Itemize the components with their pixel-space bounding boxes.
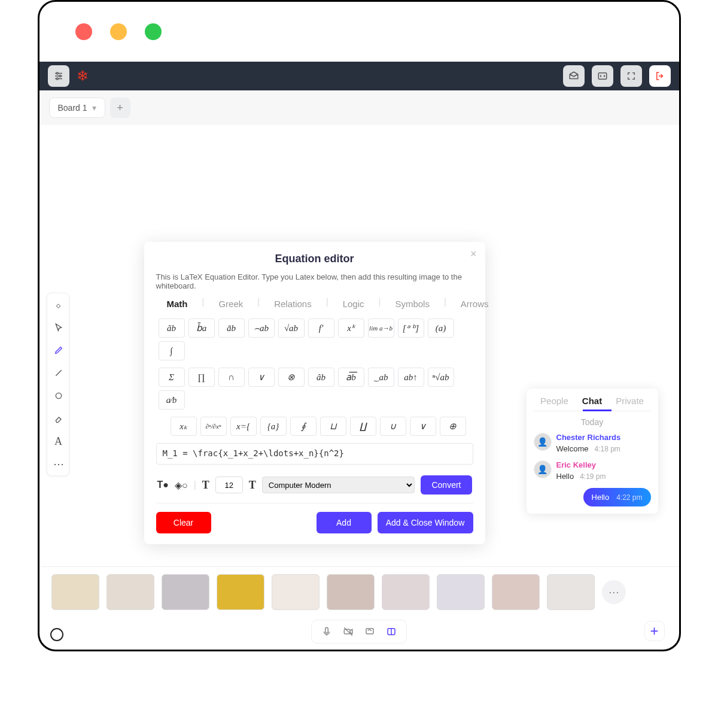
mic-icon[interactable]	[320, 625, 333, 638]
tab-logic[interactable]: Logic	[343, 296, 364, 311]
tab-people[interactable]: People	[540, 396, 568, 406]
text-tool[interactable]: A	[47, 430, 70, 453]
symbol-button[interactable]: xₖ	[171, 417, 197, 436]
symbol-button[interactable]: ∨	[410, 417, 436, 436]
participant-thumb[interactable]	[51, 574, 99, 610]
svg-line-7	[56, 370, 61, 375]
symbol-button[interactable]: ∪	[380, 417, 406, 436]
font-family-select[interactable]: Computer Modern	[262, 477, 415, 493]
fill-color-icon[interactable]: ◈○	[175, 480, 188, 491]
symbol-button[interactable]: a͞b	[338, 368, 364, 387]
tab-symbols[interactable]: Symbols	[395, 296, 430, 311]
symbol-button[interactable]: âb	[308, 368, 334, 387]
tab-relations[interactable]: Relations	[274, 296, 312, 311]
modal-description: This is LaTeX Equation Editor. Type you …	[156, 272, 473, 290]
font-size-input[interactable]	[215, 477, 243, 493]
message-text: Welcome	[556, 444, 589, 453]
fullscreen-button[interactable]	[620, 65, 642, 87]
add-close-button[interactable]: Add & Close Window	[378, 512, 473, 533]
symbol-category-tabs: Math| Greek| Relations| Logic| Symbols| …	[156, 296, 473, 311]
symbol-button[interactable]: a⁄b	[159, 390, 185, 410]
symbol-button[interactable]: ⌢ab	[248, 318, 275, 338]
screen-share-icon[interactable]	[363, 625, 376, 638]
participant-thumb[interactable]	[107, 574, 154, 610]
eraser-tool[interactable]	[47, 407, 70, 430]
symbol-button[interactable]: ab↑	[398, 368, 424, 387]
symbol-button[interactable]: ⊔	[320, 417, 346, 436]
symbol-button[interactable]: ∫	[159, 341, 185, 360]
symbol-button[interactable]: ⊗	[278, 368, 305, 387]
symbol-row-3: xₖ ∂ⁿ/∂xⁿ x={ {a} ∮ ⊔ ∐ ∪ ∨ ⊕	[156, 417, 473, 436]
format-row: T● ◈○ | T T Computer Modern Convert	[156, 475, 473, 495]
board-tab[interactable]: Board 1 ▾	[49, 98, 105, 118]
sender-name: Chester Richards	[556, 433, 651, 442]
convert-button[interactable]: Convert	[421, 475, 471, 495]
add-board-button[interactable]: +	[110, 98, 130, 118]
tab-greek[interactable]: Greek	[218, 296, 243, 311]
board-tab-label: Board 1	[58, 103, 87, 113]
pin-tool[interactable]: ⬦	[47, 293, 70, 316]
symbol-button[interactable]: ⁿ√ab	[428, 368, 454, 387]
add-button[interactable]: Add	[317, 512, 372, 533]
layout-split-icon[interactable]	[385, 625, 398, 638]
symbol-button[interactable]: ãb	[159, 318, 185, 338]
exit-button[interactable]	[649, 65, 671, 87]
symbol-button[interactable]: x={	[230, 417, 257, 436]
close-modal-button[interactable]: ×	[470, 248, 477, 260]
participant-thumb[interactable]	[272, 574, 320, 610]
tab-arrows[interactable]: Arrows	[461, 296, 489, 311]
circle-tool[interactable]	[47, 384, 70, 407]
text-color-icon[interactable]: T●	[157, 480, 169, 490]
svg-point-4	[59, 75, 60, 77]
avatar: 👤	[534, 460, 552, 478]
line-tool[interactable]	[47, 362, 70, 384]
close-window-button[interactable]	[75, 23, 92, 40]
minimize-window-button[interactable]	[110, 23, 127, 40]
participant-thumb[interactable]	[217, 574, 264, 610]
symbol-button[interactable]: lim a→b	[368, 318, 394, 338]
symbol-button[interactable]: ∏	[188, 368, 215, 387]
participant-thumb[interactable]	[547, 574, 595, 610]
symbol-button[interactable]: b̄a	[188, 318, 215, 338]
more-tools[interactable]: ⋯	[47, 453, 70, 475]
participant-thumb[interactable]	[437, 574, 485, 610]
latex-input[interactable]	[156, 443, 473, 465]
maximize-window-button[interactable]	[145, 23, 162, 40]
pen-tool[interactable]	[47, 339, 70, 362]
participant-thumb[interactable]	[327, 574, 375, 610]
symbol-button[interactable]: f′	[308, 318, 334, 338]
settings-sliders-button[interactable]	[48, 65, 69, 87]
symbol-button[interactable]: ∂ⁿ/∂xⁿ	[200, 417, 227, 436]
tab-math[interactable]: Math	[167, 296, 188, 311]
add-fab-button[interactable]: +	[644, 621, 665, 641]
symbol-button[interactable]: ∩	[218, 368, 245, 387]
symbol-button[interactable]: √ab	[278, 318, 305, 338]
chat-panel: People Chat Private Today 👤 Chester Rich…	[527, 389, 658, 514]
tab-private[interactable]: Private	[616, 396, 644, 406]
cursor-tool[interactable]	[47, 316, 70, 339]
symbol-button[interactable]: [ᵃ ᵇ]	[398, 318, 424, 338]
embed-code-button[interactable]	[592, 65, 613, 87]
participant-thumb[interactable]	[492, 574, 540, 610]
more-participants-button[interactable]: ⋯	[602, 580, 626, 604]
symbol-button[interactable]: ∨	[248, 368, 275, 387]
symbol-button[interactable]: (a)	[428, 318, 454, 338]
symbol-button[interactable]: ⏟ab	[368, 368, 394, 387]
camera-off-icon[interactable]	[342, 625, 355, 638]
participant-thumb[interactable]	[162, 574, 209, 610]
symbol-button[interactable]: āb	[218, 318, 245, 338]
symbol-button[interactable]: ∐	[350, 417, 376, 436]
bold-icon[interactable]: T	[249, 479, 256, 492]
inbox-button[interactable]	[563, 65, 585, 87]
equation-editor-modal: × Equation editor This is LaTeX Equation…	[144, 242, 485, 544]
sender-name: Eric Kelley	[556, 460, 651, 469]
symbol-button[interactable]: ∮	[290, 417, 317, 436]
symbol-button[interactable]: ⊕	[440, 417, 466, 436]
record-indicator[interactable]	[50, 628, 63, 641]
symbol-button[interactable]: xᵏ	[338, 318, 364, 338]
clear-button[interactable]: Clear	[156, 512, 211, 533]
tab-chat[interactable]: Chat	[582, 396, 602, 406]
symbol-button[interactable]: {a}	[260, 417, 287, 436]
symbol-button[interactable]: Σ	[159, 368, 185, 387]
participant-thumb[interactable]	[382, 574, 430, 610]
